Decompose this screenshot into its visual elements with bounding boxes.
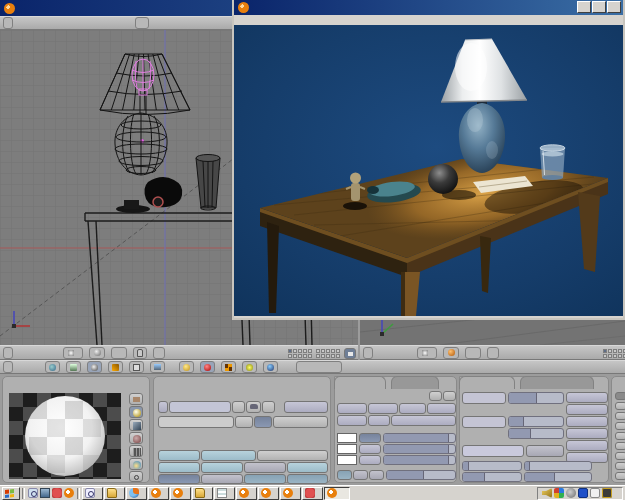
quicklaunch-desktop-icon[interactable] <box>40 488 50 498</box>
task-button-12[interactable] <box>324 487 350 500</box>
tab-shaders[interactable] <box>459 376 515 389</box>
layer-grid-a[interactable] <box>288 349 312 358</box>
texture-slot[interactable] <box>615 462 625 470</box>
color-swatch-col[interactable] <box>337 433 357 443</box>
sbias-slider[interactable] <box>524 461 592 471</box>
task-button-6[interactable] <box>192 487 213 500</box>
texture-slot[interactable] <box>615 452 625 460</box>
me-button[interactable] <box>254 416 272 428</box>
exclusive-button[interactable] <box>526 445 564 457</box>
layer-toggle[interactable] <box>316 349 320 353</box>
amb-slider[interactable] <box>462 472 522 482</box>
minimize-button[interactable] <box>577 1 591 13</box>
task-button-7[interactable] <box>214 487 235 500</box>
context-editing-button[interactable] <box>129 361 144 373</box>
dialer-icon[interactable] <box>566 488 576 498</box>
color-swatch-mir[interactable] <box>337 455 357 465</box>
material-autoname-button[interactable] <box>246 401 261 413</box>
zoffs-stepper[interactable] <box>257 450 328 461</box>
mode-dropdown[interactable] <box>417 347 437 359</box>
messenger-icon[interactable] <box>554 488 564 498</box>
layer-toggle[interactable] <box>603 354 607 358</box>
layer-toggle[interactable] <box>308 349 312 353</box>
hard-slider[interactable] <box>508 428 564 439</box>
task-button-4[interactable] <box>148 487 169 500</box>
g-slider[interactable] <box>383 444 456 454</box>
preview-flat-button[interactable] <box>129 393 143 405</box>
layer-toggle[interactable] <box>326 354 330 358</box>
material-fakeuser-button[interactable] <box>262 401 275 413</box>
camera-icon[interactable] <box>602 488 612 498</box>
gr-field[interactable] <box>462 445 524 457</box>
task-button-1[interactable] <box>82 487 103 500</box>
vcol-light-toggle[interactable] <box>337 403 367 414</box>
texture-panel-header[interactable] <box>612 377 625 379</box>
shading-world-button[interactable] <box>263 361 278 373</box>
onlycast-toggle[interactable] <box>201 474 243 484</box>
color-swatch-spe[interactable] <box>337 444 357 454</box>
context-object-button[interactable] <box>108 361 123 373</box>
layer-toggle[interactable] <box>293 354 297 358</box>
pivot-dropdown[interactable] <box>465 347 481 359</box>
no-mist-toggle[interactable] <box>337 415 367 426</box>
tab-mirror-transp[interactable] <box>520 376 594 389</box>
layer-toggle[interactable] <box>618 349 622 353</box>
preview-sky-button[interactable] <box>129 458 143 470</box>
strands-toggle[interactable] <box>244 462 286 473</box>
context-shading-button[interactable] <box>87 361 102 373</box>
layer-toggle[interactable] <box>298 354 302 358</box>
links-panel-header[interactable] <box>154 377 330 379</box>
texture-slot[interactable] <box>615 412 625 420</box>
nmap-ts-toggle[interactable] <box>566 404 608 415</box>
texture-slot[interactable] <box>615 392 625 400</box>
material-delete-button[interactable] <box>232 401 245 413</box>
texture-slot[interactable] <box>615 422 625 430</box>
layer-toggle[interactable] <box>608 349 612 353</box>
material-name-field[interactable] <box>169 401 231 413</box>
emit-slider[interactable] <box>524 472 592 482</box>
copy-material-button[interactable] <box>429 391 442 401</box>
screen-selector[interactable] <box>135 17 149 29</box>
pivot-dropdown[interactable] <box>111 347 127 359</box>
mode-dropdown[interactable] <box>63 347 83 359</box>
ztransp-toggle[interactable] <box>201 450 256 461</box>
layer-toggle[interactable] <box>608 354 612 358</box>
context-logic-button[interactable] <box>45 361 60 373</box>
shadeless-toggle[interactable] <box>427 403 456 414</box>
layer-toggle[interactable] <box>288 349 292 353</box>
layer-toggle[interactable] <box>321 349 325 353</box>
radio-toggle[interactable] <box>158 474 200 484</box>
material-browse-button[interactable] <box>158 401 168 413</box>
layer-toggle[interactable] <box>336 349 340 353</box>
texture-slot[interactable] <box>615 402 625 410</box>
layer-grid-b[interactable] <box>316 349 340 358</box>
halo-toggle[interactable] <box>158 450 200 461</box>
layer-toggle[interactable] <box>298 349 302 353</box>
material-count-stepper[interactable] <box>273 416 328 428</box>
mesh-name-field[interactable] <box>158 416 234 428</box>
task-button-9[interactable] <box>258 487 279 500</box>
texture-slot[interactable] <box>615 472 625 480</box>
layer-toggle[interactable] <box>321 354 325 358</box>
layer-toggle[interactable] <box>316 354 320 358</box>
layer-toggle[interactable] <box>613 349 617 353</box>
preview-hair-button[interactable] <box>129 445 143 457</box>
buttons-window-type-button[interactable] <box>3 361 13 373</box>
viewport-type-button[interactable] <box>363 347 373 359</box>
layer-toggle[interactable] <box>288 354 292 358</box>
layer-toggle[interactable] <box>618 354 622 358</box>
onlyshad-toggle[interactable] <box>566 440 608 451</box>
shad-a-stepper[interactable] <box>391 415 456 426</box>
layer-toggle[interactable] <box>293 349 297 353</box>
orientation-dropdown[interactable] <box>487 347 499 359</box>
layer-toggle[interactable] <box>336 354 340 358</box>
b-slider[interactable] <box>383 455 456 465</box>
scheduler-icon[interactable] <box>590 488 600 498</box>
preview-cube-button[interactable] <box>129 419 143 431</box>
task-button-11[interactable] <box>302 487 323 500</box>
texture-slot[interactable] <box>615 442 625 450</box>
shading-lamp-button[interactable] <box>179 361 194 373</box>
spe-button[interactable] <box>359 444 381 454</box>
network-icon[interactable] <box>578 488 588 498</box>
trashado-toggle[interactable] <box>566 428 608 439</box>
